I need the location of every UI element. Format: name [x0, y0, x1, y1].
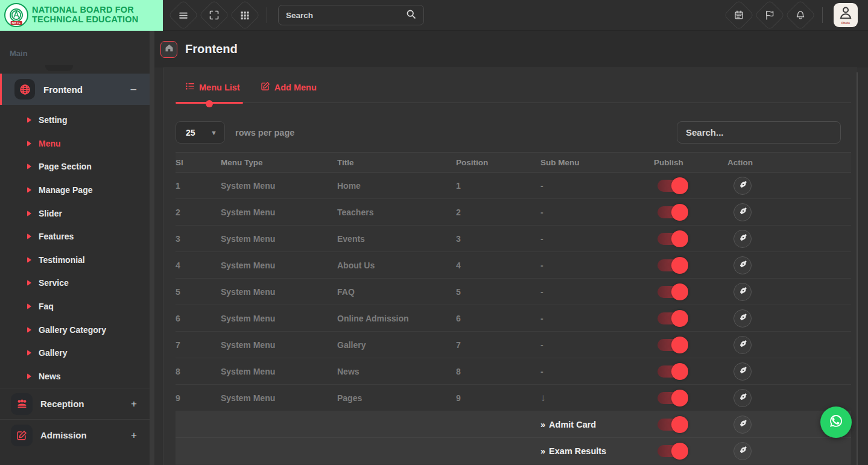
sidebar-item-menu[interactable]: Menu [0, 132, 150, 156]
sidebar-item-admission[interactable]: Admission + [0, 419, 150, 451]
pen-nib-icon [738, 260, 747, 271]
col-header-action: Action [727, 158, 851, 167]
tab-menu-list[interactable]: Menu List [185, 81, 240, 93]
header-right-actions [728, 4, 811, 26]
search-icon[interactable] [406, 9, 416, 22]
toggle-knob [671, 177, 688, 194]
toggle-knob [671, 230, 688, 247]
edit-action-button[interactable] [733, 416, 752, 434]
sidebar-item-reception[interactable]: Reception + [0, 388, 150, 419]
toggle-knob [671, 390, 688, 406]
content-scrollbar[interactable] [857, 72, 858, 465]
active-tab-dot [206, 100, 213, 107]
publish-toggle[interactable] [657, 419, 686, 431]
table-row: 6 System Menu Online Admission 6 - [176, 305, 851, 332]
sidebar-item-gallery-category[interactable]: Gallery Category [0, 318, 150, 341]
toggle-knob [671, 416, 688, 433]
triangle-bullet-icon [27, 257, 31, 263]
publish-toggle[interactable] [657, 259, 686, 271]
whatsapp-button[interactable] [820, 406, 852, 438]
publish-toggle[interactable] [657, 445, 686, 457]
logo-line2: TECHNICAL EDUCATION [32, 15, 138, 25]
user-avatar[interactable]: Photo [834, 3, 858, 27]
page-title: Frontend [185, 42, 238, 56]
sidebar-section-label: Main [0, 31, 150, 58]
publish-toggle[interactable] [657, 392, 686, 404]
sidebar-item-manage-page[interactable]: Manage Page [0, 179, 150, 202]
edit-action-button[interactable] [733, 203, 752, 221]
publish-toggle[interactable] [657, 339, 686, 351]
rows-per-page-select[interactable]: 25 ▼ [176, 121, 225, 144]
fullscreen-icon [209, 10, 219, 20]
pen-nib-icon [738, 393, 747, 403]
edit-action-button[interactable] [733, 362, 752, 381]
table-row: 8 System Menu News 8 - [176, 358, 851, 385]
header-search-input[interactable] [286, 11, 406, 20]
sidebar-item-gallery[interactable]: Gallery [0, 341, 150, 365]
sidebar-item-setting[interactable]: Setting [0, 109, 150, 132]
sidebar-scrollbar[interactable] [150, 31, 154, 465]
triangle-bullet-icon [27, 210, 31, 217]
pen-nib-icon [738, 366, 747, 377]
edit-action-button[interactable] [733, 336, 752, 354]
publish-toggle[interactable] [657, 365, 686, 378]
table-search-input[interactable] [686, 127, 832, 138]
col-header-publish: Publish [654, 158, 727, 167]
sidebar-item-label: Frontend [43, 84, 83, 95]
sub-menu-row: »Exam Results [176, 438, 851, 464]
menu-table: Sl Menu Type Title Position Sub Menu Pub… [176, 152, 851, 464]
tab-add-menu[interactable]: Add Menu [261, 81, 317, 93]
app-logo[interactable]: NBTE NATIONAL BOARD FOR TECHNICAL EDUCAT… [0, 0, 163, 31]
home-button[interactable] [160, 41, 177, 58]
table-row: 2 System Menu Teachers 2 - [176, 199, 851, 226]
sidebar-item-service[interactable]: Service [0, 271, 150, 295]
edit-action-button[interactable] [733, 389, 752, 407]
collapse-indicator: – [131, 83, 136, 95]
notifications-button[interactable] [785, 0, 816, 30]
content-card: Menu List Add Menu 25 ▼ rows per page Sl [163, 68, 857, 465]
table-row: 5 System Menu FAQ 5 - [176, 279, 851, 305]
toggle-knob [671, 337, 688, 353]
sidebar-item-frontend[interactable]: Frontend – [0, 74, 150, 105]
triangle-bullet-icon [27, 141, 31, 147]
grid-icon [241, 11, 250, 20]
edit-action-button[interactable] [733, 177, 752, 195]
sidebar-item-slider[interactable]: Slider [0, 201, 150, 225]
table-row: 9 System Menu Pages 9 ↓ [176, 385, 851, 411]
triangle-bullet-icon [27, 280, 31, 286]
apps-grid-button[interactable] [230, 0, 261, 30]
whatsapp-icon [827, 412, 845, 432]
publish-toggle[interactable] [657, 312, 686, 324]
col-header-position: Position [456, 158, 540, 167]
sidebar-item-news[interactable]: News [0, 365, 150, 388]
calendar-icon [734, 10, 744, 20]
flag-button[interactable] [755, 0, 785, 30]
expand-indicator: + [131, 398, 137, 410]
edit-action-button[interactable] [733, 230, 752, 248]
sidebar-item-features[interactable]: Features [0, 225, 150, 248]
publish-toggle[interactable] [657, 206, 686, 218]
edit-action-button[interactable] [733, 256, 752, 274]
sidebar-toggle-button[interactable] [168, 0, 199, 30]
publish-toggle[interactable] [657, 180, 686, 192]
edit-action-button[interactable] [733, 442, 752, 460]
bell-icon [796, 10, 805, 20]
top-header: NBTE NATIONAL BOARD FOR TECHNICAL EDUCAT… [0, 0, 868, 31]
list-icon [185, 81, 195, 93]
publish-toggle[interactable] [657, 286, 686, 298]
edit-action-button[interactable] [733, 309, 752, 327]
logo-text: NATIONAL BOARD FOR TECHNICAL EDUCATION [32, 5, 138, 24]
publish-toggle[interactable] [657, 233, 686, 245]
sidebar-item-testimonial[interactable]: Testimonial [0, 248, 150, 272]
submenu-expand-arrow[interactable]: ↓ [540, 392, 654, 404]
table-controls: 25 ▼ rows per page [176, 121, 851, 144]
header-divider [822, 7, 823, 23]
triangle-bullet-icon [27, 117, 31, 123]
sidebar-item-faq[interactable]: Faq [0, 295, 150, 318]
fullscreen-button[interactable] [199, 0, 230, 30]
app-root: NBTE NATIONAL BOARD FOR TECHNICAL EDUCAT… [0, 0, 868, 465]
calendar-button[interactable] [724, 0, 755, 30]
edit-action-button[interactable] [733, 283, 752, 301]
header-divider [267, 7, 267, 23]
sidebar-item-page-section[interactable]: Page Section [0, 155, 150, 179]
